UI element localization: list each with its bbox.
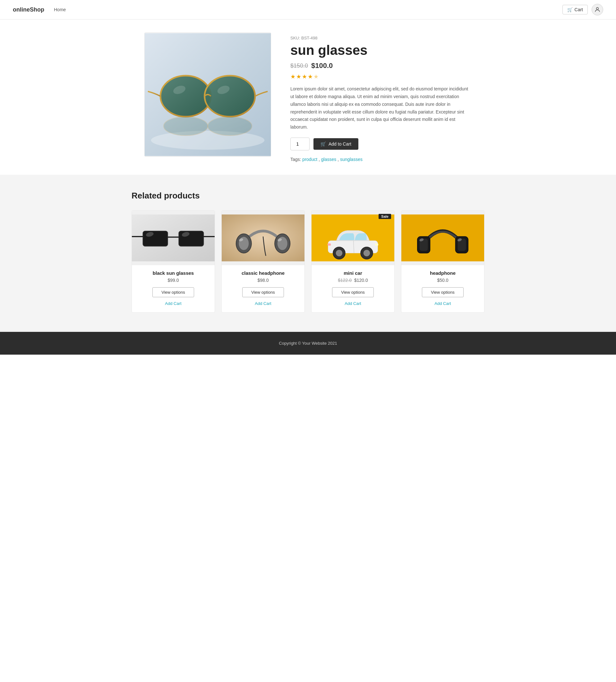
navbar-left: onlineShop Home [13,6,66,13]
svg-point-4 [205,76,255,117]
card-price-2: $98.0 [257,278,268,283]
card-image-4 [401,211,484,265]
product-card-1: black sun glasses $99.0 View options Add… [132,210,215,313]
add-cart-button-4[interactable]: Add Cart [434,300,451,307]
user-icon-button[interactable] [592,4,603,15]
brand-logo: onlineShop [13,6,44,13]
nav-home[interactable]: Home [54,7,66,12]
product-section: SKU: BST-498 sun glasses $150.0 $100.0 ★… [132,32,484,162]
related-grid: black sun glasses $99.0 View options Add… [132,210,484,313]
add-to-cart-row: 🛒 Add to Cart [290,138,471,151]
svg-point-0 [596,7,599,9]
card-price-1: $99.0 [168,278,179,283]
svg-point-7 [163,117,208,136]
svg-point-29 [364,250,370,256]
card-title-4: headphone [430,270,456,276]
related-products-section: Related products [0,175,616,332]
product-description: Lorem ipsum dolor sit amet, consectetur … [290,85,471,131]
svg-rect-31 [328,243,331,246]
view-options-button-1[interactable]: View options [152,287,194,297]
card-title-3: mini car [344,270,362,276]
sale-badge-3: Sale [379,214,391,219]
quantity-input[interactable] [290,138,310,151]
product-image-wrapper [145,32,271,157]
sku-value: BST-498 [301,36,317,40]
product-image [145,33,271,157]
tag-sunglasses[interactable]: sunglasses [340,157,362,162]
add-cart-button-3[interactable]: Add Cart [345,300,361,307]
svg-rect-11 [179,231,203,246]
cart-button[interactable]: 🛒 Cart [563,5,588,15]
cart-label: Cart [575,7,583,12]
product-card-3: Sale mini car $122.0 $120.0 View options… [311,210,395,313]
card-image-1 [132,211,215,265]
svg-point-8 [208,117,252,136]
navbar-right: 🛒 Cart [563,4,603,15]
navbar: onlineShop Home 🛒 Cart [0,0,616,20]
card-price-sale-3: $120.0 [354,278,368,283]
card-image-3: Sale [311,211,394,265]
footer: Copyright © Your Website 2021 [0,332,616,355]
product-title: sun glasses [290,43,471,58]
card-body-4: headphone $50.0 View options Add Cart [401,265,484,312]
star-rating: ★ ★ ★ ★ ★ [290,73,471,80]
svg-rect-30 [375,243,378,246]
card-body-2: classic headphone $98.0 View options Add… [222,265,305,312]
card-body-1: black sun glasses $99.0 View options Add… [132,265,215,312]
related-title: Related products [132,191,484,201]
svg-point-3 [160,76,211,117]
star-3: ★ [302,73,307,80]
user-icon [594,6,600,13]
svg-rect-33 [401,214,484,261]
tag-product[interactable]: product [302,157,317,162]
card-image-2 [222,211,305,265]
add-cart-button-2[interactable]: Add Cart [255,300,271,307]
card-title-2: classic headphone [242,270,285,276]
footer-text: Copyright © Your Website 2021 [279,341,337,346]
star-5: ★ [313,73,318,80]
star-2: ★ [296,73,301,80]
view-options-button-2[interactable]: View options [242,287,284,297]
price-row: $150.0 $100.0 [290,62,471,70]
star-1: ★ [290,73,295,80]
tags-row: Tags: product , glasses , sunglasses [290,157,471,162]
product-card-4: headphone $50.0 View options Add Cart [401,210,484,313]
card-title-1: black sun glasses [153,270,194,276]
add-to-cart-label: Add to Cart [329,141,351,146]
svg-point-27 [336,250,343,256]
add-cart-button-1[interactable]: Add Cart [165,300,181,307]
card-price-3: $122.0 $120.0 [338,278,368,283]
card-price-4: $50.0 [437,278,448,283]
cart-icon-btn: 🛒 [321,141,326,146]
view-options-button-4[interactable]: View options [422,287,464,297]
tag-glasses[interactable]: glasses [321,157,336,162]
add-to-cart-button[interactable]: 🛒 Add to Cart [313,138,358,150]
svg-point-2 [151,131,265,150]
view-options-button-3[interactable]: View options [332,287,374,297]
price-current: $100.0 [311,62,333,70]
star-4: ★ [308,73,313,80]
cart-icon: 🛒 [567,7,573,12]
card-price-original-3: $122.0 [338,278,352,283]
card-body-3: mini car $122.0 $120.0 View options Add … [311,265,394,312]
price-original: $150.0 [290,63,308,69]
product-card-2: classic headphone $98.0 View options Add… [221,210,305,313]
tags-label: Tags: [290,157,301,162]
product-details: SKU: BST-498 sun glasses $150.0 $100.0 ★… [290,32,471,162]
svg-rect-10 [143,231,168,246]
product-sku: SKU: BST-498 [290,36,471,40]
